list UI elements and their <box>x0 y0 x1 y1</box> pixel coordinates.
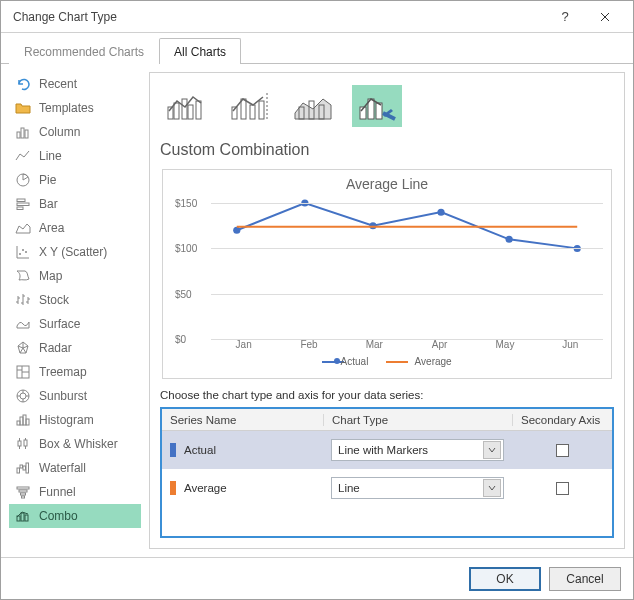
series-row-average[interactable]: Average Line <box>162 469 612 507</box>
sidebar-item-waterfall[interactable]: Waterfall <box>9 456 141 480</box>
subtype-clustered-column-line[interactable] <box>160 85 210 127</box>
tab-recommended-charts[interactable]: Recommended Charts <box>9 38 159 64</box>
svg-point-9 <box>25 251 27 253</box>
svg-rect-37 <box>250 105 255 119</box>
funnel-chart-icon <box>15 484 31 500</box>
subtype-custom-combination[interactable] <box>352 85 402 127</box>
sidebar-item-bar[interactable]: Bar <box>9 192 141 216</box>
series-name: Average <box>184 482 227 494</box>
sidebar-item-label: Bar <box>39 197 58 211</box>
svg-rect-24 <box>19 490 27 492</box>
chart-svg <box>211 194 603 339</box>
sidebar-item-scatter[interactable]: X Y (Scatter) <box>9 240 141 264</box>
svg-point-8 <box>22 249 24 251</box>
header-chart-type: Chart Type <box>323 414 512 426</box>
series-table-header: Series Name Chart Type Secondary Axis <box>162 409 612 431</box>
svg-point-7 <box>19 253 21 255</box>
sidebar-item-stock[interactable]: Stock <box>9 288 141 312</box>
radar-chart-icon <box>15 340 31 356</box>
sidebar-item-surface[interactable]: Surface <box>9 312 141 336</box>
sidebar-item-label: Pie <box>39 173 56 187</box>
svg-rect-1 <box>21 128 24 138</box>
window-title: Change Chart Type <box>13 10 117 24</box>
series-table: Series Name Chart Type Secondary Axis Ac… <box>160 407 614 538</box>
svg-rect-5 <box>17 203 29 206</box>
svg-rect-38 <box>259 101 264 119</box>
sidebar-item-map[interactable]: Map <box>9 264 141 288</box>
titlebar: Change Chart Type ? <box>1 1 633 33</box>
sidebar-item-line[interactable]: Line <box>9 144 141 168</box>
chart-plot-area: $0$50$100$150 <box>211 194 603 339</box>
sidebar-item-boxwhisker[interactable]: Box & Whisker <box>9 432 141 456</box>
sidebar-item-label: Histogram <box>39 413 94 427</box>
dialog-body: Recent Templates Column Line Pie Bar <box>1 64 633 557</box>
svg-rect-6 <box>17 207 23 210</box>
surface-chart-icon <box>15 316 31 332</box>
svg-rect-16 <box>26 419 29 425</box>
sidebar-item-sunburst[interactable]: Sunburst <box>9 384 141 408</box>
dialog-window: Change Chart Type ? Recommended Charts A… <box>0 0 634 600</box>
chart-preview: Average Line $0$50$100$150 JanFebMarAprM… <box>162 169 612 379</box>
cancel-button[interactable]: Cancel <box>549 567 621 591</box>
map-chart-icon <box>15 268 31 284</box>
close-button[interactable] <box>585 2 625 32</box>
sidebar-item-combo[interactable]: Combo <box>9 504 141 528</box>
sidebar-item-funnel[interactable]: Funnel <box>9 480 141 504</box>
chart-title: Average Line <box>171 176 603 192</box>
subtype-stacked-area-column[interactable] <box>288 85 338 127</box>
treemap-chart-icon <box>15 364 31 380</box>
histogram-chart-icon <box>15 412 31 428</box>
sidebar-item-column[interactable]: Column <box>9 120 141 144</box>
header-series-name: Series Name <box>162 414 323 426</box>
folder-icon <box>15 100 31 116</box>
stock-chart-icon <box>15 292 31 308</box>
sidebar-item-templates[interactable]: Templates <box>9 96 141 120</box>
secondary-axis-checkbox-average[interactable] <box>556 482 569 495</box>
sidebar-item-label: Radar <box>39 341 72 355</box>
waterfall-chart-icon <box>15 460 31 476</box>
window-controls: ? <box>545 2 625 32</box>
svg-rect-21 <box>23 466 26 470</box>
legend-item-average: Average <box>386 356 451 367</box>
ok-button[interactable]: OK <box>469 567 541 591</box>
section-title: Custom Combination <box>160 141 614 159</box>
sidebar-item-radar[interactable]: Radar <box>9 336 141 360</box>
undo-icon <box>15 76 31 92</box>
svg-rect-17 <box>18 441 21 446</box>
svg-rect-32 <box>182 99 187 119</box>
series-row-actual[interactable]: Actual Line with Markers <box>162 431 612 469</box>
sidebar-item-label: Treemap <box>39 365 87 379</box>
svg-point-49 <box>437 209 444 216</box>
svg-rect-44 <box>376 103 382 119</box>
subtype-clustered-column-line-secondary[interactable] <box>224 85 274 127</box>
legend-item-actual: Actual <box>322 356 368 367</box>
sidebar-item-label: Map <box>39 269 62 283</box>
header-secondary-axis: Secondary Axis <box>512 414 612 426</box>
svg-rect-23 <box>17 487 29 489</box>
sidebar-item-area[interactable]: Area <box>9 216 141 240</box>
series-name: Actual <box>184 444 216 456</box>
boxwhisker-chart-icon <box>15 436 31 452</box>
svg-rect-2 <box>25 130 28 138</box>
chevron-down-icon <box>483 479 501 497</box>
sidebar-item-recent[interactable]: Recent <box>9 72 141 96</box>
sidebar-item-histogram[interactable]: Histogram <box>9 408 141 432</box>
sidebar-item-label: Column <box>39 125 80 139</box>
sidebar-item-label: Waterfall <box>39 461 86 475</box>
area-chart-icon <box>15 220 31 236</box>
help-button[interactable]: ? <box>545 2 585 32</box>
sidebar-item-pie[interactable]: Pie <box>9 168 141 192</box>
chart-type-sidebar: Recent Templates Column Line Pie Bar <box>9 72 141 549</box>
sunburst-chart-icon <box>15 388 31 404</box>
secondary-axis-checkbox-actual[interactable] <box>556 444 569 457</box>
sidebar-item-treemap[interactable]: Treemap <box>9 360 141 384</box>
chart-type-select-actual[interactable]: Line with Markers <box>331 439 504 461</box>
tab-strip: Recommended Charts All Charts <box>1 37 633 64</box>
chevron-down-icon <box>483 441 501 459</box>
svg-rect-29 <box>25 515 28 521</box>
svg-rect-33 <box>188 105 193 119</box>
tab-all-charts[interactable]: All Charts <box>159 38 241 64</box>
scatter-chart-icon <box>15 244 31 260</box>
sidebar-item-label: Box & Whisker <box>39 437 118 451</box>
chart-type-select-average[interactable]: Line <box>331 477 504 499</box>
